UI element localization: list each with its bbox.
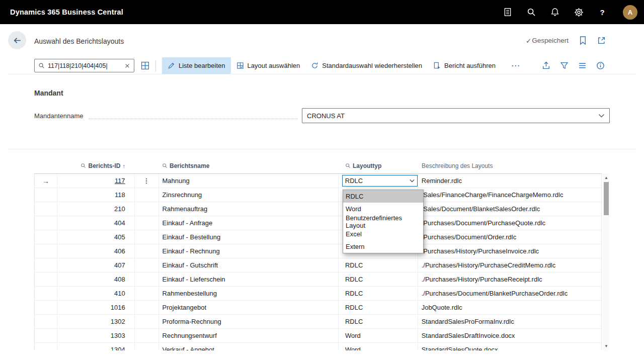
report-name-cell[interactable]: Einkauf - Lieferschein: [159, 273, 339, 286]
layout-description-cell[interactable]: Reminder.rdlc: [418, 174, 601, 188]
open-in-new-window-icon[interactable]: [597, 36, 606, 45]
layout-type-cell[interactable]: RDLC: [339, 258, 418, 272]
layout-description-cell[interactable]: /Purchases/Document/Order.rdlc: [418, 230, 601, 244]
row-selector-cell[interactable]: [35, 329, 57, 342]
layout-type-cell[interactable]: Word: [339, 329, 418, 342]
report-name-cell[interactable]: Projektangebot: [159, 301, 339, 314]
table-row[interactable]: 407Einkauf - GutschriftRDLC./Purchases/H…: [35, 258, 601, 273]
report-name-cell[interactable]: Einkauf - Gutschrift: [159, 258, 339, 272]
report-id-cell[interactable]: 210: [57, 202, 135, 216]
report-id-cell[interactable]: 1304: [57, 343, 135, 350]
report-id-cell[interactable]: 1303: [57, 329, 135, 342]
layout-type-value[interactable]: Word: [339, 332, 361, 339]
report-name-cell[interactable]: Einkauf - Rechnung: [159, 244, 339, 258]
dropdown-option[interactable]: Word: [343, 203, 423, 215]
analysis-grid-icon[interactable]: [141, 61, 149, 70]
filter-funnel-icon[interactable]: [560, 61, 569, 70]
dropdown-option[interactable]: Extern: [343, 240, 423, 253]
layout-description-cell[interactable]: /Sales/Document/BlanketSalesOrder.rdlc: [418, 202, 601, 216]
table-row[interactable]: 210RahmenauftragRDLC/Sales/Document/Blan…: [35, 202, 601, 216]
table-row[interactable]: 1302Proforma-RechnungRDLCStandardSalesPr…: [35, 315, 601, 329]
table-row[interactable]: 406Einkauf - RechnungRDLC/Purchases/Hist…: [35, 244, 601, 258]
table-row[interactable]: 405Einkauf - BestellungRDLC/Purchases/Do…: [35, 230, 601, 244]
layout-description-cell[interactable]: StandardSalesProFormaInv.rdlc: [418, 315, 601, 328]
clear-filter-icon[interactable]: [124, 63, 130, 69]
row-selector-cell[interactable]: [35, 258, 57, 272]
report-name-cell[interactable]: Einkauf - Anfrage: [159, 216, 339, 230]
report-id-cell[interactable]: 405: [57, 230, 135, 244]
layout-description-cell[interactable]: JobQuote.rdlc: [418, 301, 601, 314]
table-row[interactable]: 410RahmenbestellungRDLC./Purchases/Docum…: [35, 287, 601, 301]
report-id-cell[interactable]: 408: [57, 273, 135, 286]
layout-description-cell[interactable]: StandardSalesQuote.docx: [418, 343, 601, 350]
scrollbar-thumb[interactable]: [604, 182, 609, 215]
info-icon[interactable]: [596, 61, 605, 70]
row-selector-cell[interactable]: [35, 315, 57, 328]
select-layout-button[interactable]: Layout auswählen: [231, 57, 306, 74]
layout-type-value[interactable]: RDLC: [339, 318, 363, 325]
more-actions-icon[interactable]: ⋯: [511, 60, 521, 71]
table-row[interactable]: 1303RechnungsentwurfWordStandardSalesDra…: [35, 329, 601, 343]
row-selector-cell[interactable]: [35, 343, 57, 350]
layout-description-cell[interactable]: /Purchases/Document/PurchaseQuote.rdlc: [418, 216, 601, 230]
scroll-up-icon[interactable]: ▲: [603, 174, 610, 182]
row-selector-cell[interactable]: [35, 202, 57, 216]
report-id-cell[interactable]: 117: [57, 174, 135, 188]
layout-type-cell[interactable]: RDLC: [339, 301, 418, 314]
row-options-ellipsis-icon[interactable]: ⋮: [143, 177, 150, 185]
list-view-icon[interactable]: [578, 61, 587, 70]
layout-description-cell[interactable]: ./Purchases/Document/BlanketPurchaseOrde…: [418, 287, 601, 300]
layout-description-cell[interactable]: ./Purchases/History/PurchaseReceipt.rdlc: [418, 273, 601, 286]
row-selector-cell[interactable]: [35, 216, 57, 230]
table-row[interactable]: →117⋮MahnungRDLCReminder.rdlc: [35, 174, 601, 188]
settings-gear-icon[interactable]: [574, 7, 584, 17]
report-page-icon[interactable]: [503, 7, 513, 17]
row-options-cell[interactable]: ⋮: [135, 174, 159, 188]
report-id-cell[interactable]: 406: [57, 244, 135, 258]
layout-description-cell[interactable]: /Purchases/History/PurchaseInvoice.rdlc: [418, 244, 601, 258]
report-id-cell[interactable]: 410: [57, 287, 135, 300]
notifications-bell-icon[interactable]: [550, 7, 560, 17]
table-row[interactable]: 404Einkauf - AnfrageRDLC/Purchases/Docum…: [35, 216, 601, 230]
dropdown-option[interactable]: Excel: [343, 228, 423, 240]
layout-type-cell[interactable]: RDLC: [339, 273, 418, 286]
row-selector-cell[interactable]: [35, 188, 57, 202]
row-selector-cell[interactable]: →: [35, 174, 57, 188]
layout-description-cell[interactable]: ./Purchases/History/PurchaseCreditMemo.r…: [418, 258, 601, 272]
list-filter-input[interactable]: 117|118|210|404|405|: [34, 59, 134, 72]
vertical-scrollbar[interactable]: ▲ ▼: [603, 173, 610, 350]
row-selector-cell[interactable]: [35, 244, 57, 258]
column-header-berichts-id[interactable]: Berichts-ID ↑: [57, 160, 134, 171]
layout-type-cell[interactable]: RDLC: [339, 174, 418, 188]
table-row[interactable]: 1016ProjektangebotRDLCJobQuote.rdlc: [35, 301, 601, 315]
layout-type-cell[interactable]: RDLC: [339, 287, 418, 300]
layout-type-cell[interactable]: RDLC: [339, 315, 418, 328]
report-name-cell[interactable]: Mahnung: [159, 174, 339, 188]
report-id-cell[interactable]: 407: [57, 258, 135, 272]
layout-type-cell[interactable]: Word: [339, 343, 418, 350]
row-selector-cell[interactable]: [35, 230, 57, 244]
report-id-cell[interactable]: 1016: [57, 301, 135, 314]
report-id-cell[interactable]: 118: [57, 188, 135, 202]
table-row[interactable]: 118ZinsrechnungRDLC/Sales/FinanceCharge/…: [35, 188, 601, 202]
report-id-cell[interactable]: 1302: [57, 315, 135, 328]
column-header-berichtsname[interactable]: Berichtsname: [158, 160, 339, 171]
layout-description-cell[interactable]: StandardSalesDraftInvoice.docx: [418, 329, 601, 342]
share-icon[interactable]: [542, 61, 550, 70]
dropdown-option[interactable]: Benutzerdefiniertes Layout: [343, 215, 423, 228]
row-selector-cell[interactable]: [35, 301, 57, 314]
column-header-layouttyp[interactable]: Layouttyp: [339, 160, 418, 171]
report-name-cell[interactable]: Einkauf - Bestellung: [159, 230, 339, 244]
edit-list-button[interactable]: Liste bearbeiten: [162, 57, 231, 74]
layout-type-value[interactable]: RDLC: [339, 290, 363, 297]
run-report-button[interactable]: Bericht ausführen: [428, 57, 501, 74]
back-button[interactable]: [8, 31, 26, 49]
dropdown-option[interactable]: RDLC: [343, 190, 423, 203]
layout-type-select[interactable]: RDLC: [342, 175, 418, 187]
table-row[interactable]: 408Einkauf - LieferscheinRDLC./Purchases…: [35, 273, 601, 287]
layout-description-cell[interactable]: /Sales/FinanceCharge/FinanceChargeMemo.r…: [418, 188, 601, 202]
layout-type-value[interactable]: Word: [339, 346, 361, 350]
report-name-cell[interactable]: Zinsrechnung: [159, 188, 339, 202]
report-name-cell[interactable]: Rahmenbestellung: [159, 287, 339, 300]
mandantenname-combobox[interactable]: CRONUS AT: [302, 108, 610, 123]
